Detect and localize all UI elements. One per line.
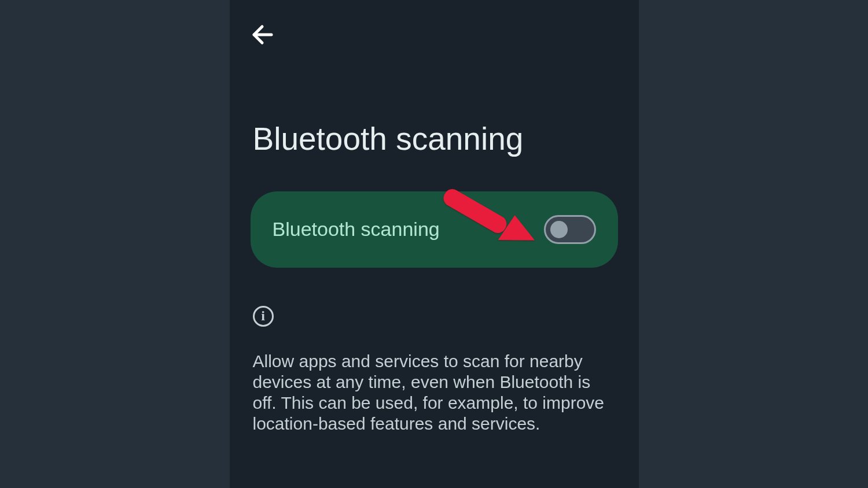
info-description: Allow apps and services to scan for near… <box>253 351 616 434</box>
info-icon: i <box>253 306 274 327</box>
arrow-left-icon <box>251 23 274 46</box>
back-button[interactable] <box>251 23 274 46</box>
page-title: Bluetooth scanning <box>230 0 639 191</box>
bluetooth-scanning-toggle-card[interactable]: Bluetooth scanning <box>251 191 618 268</box>
info-section: i Allow apps and services to scan for ne… <box>253 306 616 434</box>
settings-panel: Bluetooth scanning Bluetooth scanning i … <box>230 0 639 488</box>
bluetooth-scanning-switch[interactable] <box>544 215 596 244</box>
toggle-label: Bluetooth scanning <box>273 218 440 241</box>
